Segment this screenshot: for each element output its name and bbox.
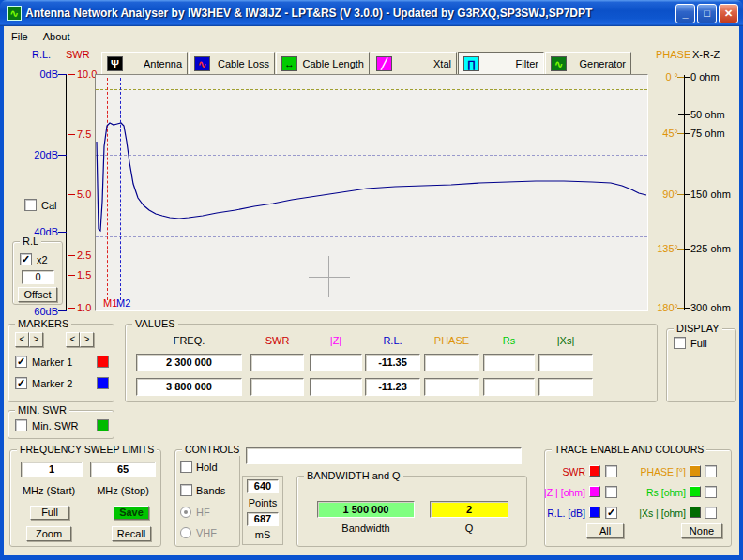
hf-label: HF — [196, 506, 210, 519]
cable-length-label: Cable Length — [303, 58, 364, 69]
trace-xs-swatch[interactable] — [690, 507, 701, 518]
trace-rs-checkbox[interactable] — [705, 486, 717, 498]
ohm-tick — [684, 77, 690, 78]
rl-header: R.L. — [365, 334, 420, 347]
sweep-stop-input[interactable]: 65 — [90, 462, 156, 477]
ohm-tick — [684, 133, 690, 134]
ms-label: mS — [242, 528, 283, 541]
m2-freq-value[interactable]: 3 800 000 — [136, 378, 242, 396]
z-header: |Z| — [310, 334, 362, 347]
sweep-zoom-button[interactable]: Zoom — [26, 526, 71, 541]
trace-phase-swatch[interactable] — [690, 465, 701, 477]
maximize-button[interactable]: □ — [697, 4, 717, 23]
vhf-label: VHF — [196, 526, 217, 539]
hold-checkbox[interactable] — [180, 461, 192, 473]
ohm-tick — [684, 194, 690, 195]
trace-z-swatch[interactable] — [589, 486, 600, 497]
rl-tick — [58, 232, 67, 233]
rl-x2-label: x2 — [37, 253, 48, 266]
trace-legend: TRACE ENABLE AND COLOURS — [552, 444, 706, 456]
menu-about[interactable]: About — [36, 28, 78, 45]
swr-tick-label: 5.0 — [77, 188, 91, 201]
trace-xs-checkbox[interactable] — [705, 507, 717, 519]
marker2-right-button[interactable]: > — [80, 332, 94, 347]
min-swr-legend: MIN. SWR — [15, 404, 69, 416]
close-button[interactable]: ✕ — [719, 4, 738, 23]
bandwidth-value[interactable]: 1 500 000 — [317, 501, 415, 518]
trace-swr-checkbox[interactable] — [605, 465, 617, 477]
offset-button[interactable]: Offset — [18, 287, 57, 302]
rl-x2-checkbox[interactable] — [20, 253, 32, 265]
trace-swr-swatch[interactable] — [589, 465, 600, 477]
bands-checkbox[interactable] — [180, 484, 192, 496]
title-bar: ∿ Antenna Network Analyser by IW3HEV & I… — [0, 0, 743, 26]
crosshair-cursor — [328, 256, 329, 297]
cable-loss-button[interactable]: ∿ Cable Loss — [189, 52, 275, 76]
xtal-button[interactable]: ╱ Xtal — [371, 52, 457, 76]
marker2-name: Marker 2 — [32, 377, 72, 390]
marker2-left-button[interactable]: < — [66, 332, 80, 347]
display-full-checkbox[interactable] — [674, 337, 686, 349]
m2-swr-value — [250, 378, 304, 396]
sweep-recall-button[interactable]: Recall — [112, 526, 151, 541]
sweep-start-input[interactable]: 1 — [21, 462, 83, 477]
menu-file[interactable]: File — [4, 28, 36, 45]
phase-tick-label: 45° — [649, 127, 678, 140]
cable-loss-icon: ∿ — [194, 56, 210, 71]
swr-tick-label: 7.5 — [77, 128, 91, 141]
ms-value: 687 — [247, 512, 279, 526]
sweep-save-button[interactable]: Save — [114, 506, 149, 520]
sweep-full-button[interactable]: Full — [30, 506, 69, 520]
trace-z-checkbox[interactable] — [605, 486, 617, 498]
q-value[interactable]: 2 — [430, 501, 508, 518]
trace-swr-label: SWR — [542, 465, 585, 478]
trace-rl-label: R.L. [dB] — [542, 507, 585, 520]
controls-legend: CONTROLS — [182, 444, 242, 456]
generator-button[interactable]: ∿ Generator — [545, 52, 631, 76]
swr-tick — [68, 275, 75, 276]
generator-icon: ∿ — [551, 56, 567, 71]
minimize-button[interactable]: _ — [675, 4, 695, 23]
trace-rl-swatch[interactable] — [589, 507, 600, 518]
filter-button[interactable]: ∏ Filter — [458, 52, 544, 76]
app-icon: ∿ — [7, 6, 22, 21]
chart-plot-area[interactable]: M1 M2 — [95, 74, 648, 311]
points-value: 640 — [247, 479, 279, 493]
ohm-tick-label: 300 ohm — [690, 301, 731, 314]
comment-field[interactable] — [246, 447, 522, 464]
marker1-checkbox[interactable] — [15, 356, 27, 368]
vhf-radio[interactable] — [180, 527, 191, 538]
m1-freq-value[interactable]: 2 300 000 — [136, 354, 242, 371]
m2-phase-value — [424, 378, 479, 396]
marker1-left-button[interactable]: < — [15, 332, 29, 347]
swr-tick — [68, 134, 75, 135]
marker1-right-button[interactable]: > — [29, 332, 43, 347]
antenna-button[interactable]: Ψ Antenna — [101, 52, 188, 76]
m1-xs-value — [538, 354, 593, 371]
hold-label: Hold — [196, 461, 218, 474]
min-swr-checkbox[interactable] — [15, 419, 27, 431]
ohm-tick — [678, 114, 690, 115]
ohm-tick — [684, 249, 690, 250]
right-axis-line — [684, 75, 685, 310]
cable-length-button[interactable]: ↔ Cable Length — [276, 52, 370, 76]
trace-rl-checkbox[interactable] — [605, 507, 617, 519]
trace-rs-swatch[interactable] — [690, 486, 701, 497]
values-legend: VALUES — [132, 318, 178, 330]
hf-radio[interactable] — [180, 507, 191, 518]
cal-checkbox[interactable] — [24, 199, 37, 211]
trace-phase-checkbox[interactable] — [705, 465, 717, 477]
rl-offset-input[interactable]: 0 — [22, 270, 54, 284]
swr-tick-label: 1.5 — [77, 268, 91, 281]
sweep-legend: FREQUENCY SWEEP LIMITS — [17, 444, 157, 456]
rl-tick — [58, 155, 67, 156]
marker1-name: Marker 1 — [32, 356, 72, 369]
marker2-checkbox[interactable] — [15, 377, 27, 389]
marker2-label: M2 — [116, 297, 130, 310]
rl-axis-title: R.L. — [32, 48, 51, 61]
phase-tick-label: 0 ° — [649, 70, 678, 83]
crosshair-cursor — [309, 277, 350, 278]
trace-all-button[interactable]: All — [586, 523, 624, 538]
marker2-color-swatch — [97, 377, 109, 389]
trace-none-button[interactable]: None — [681, 523, 722, 538]
